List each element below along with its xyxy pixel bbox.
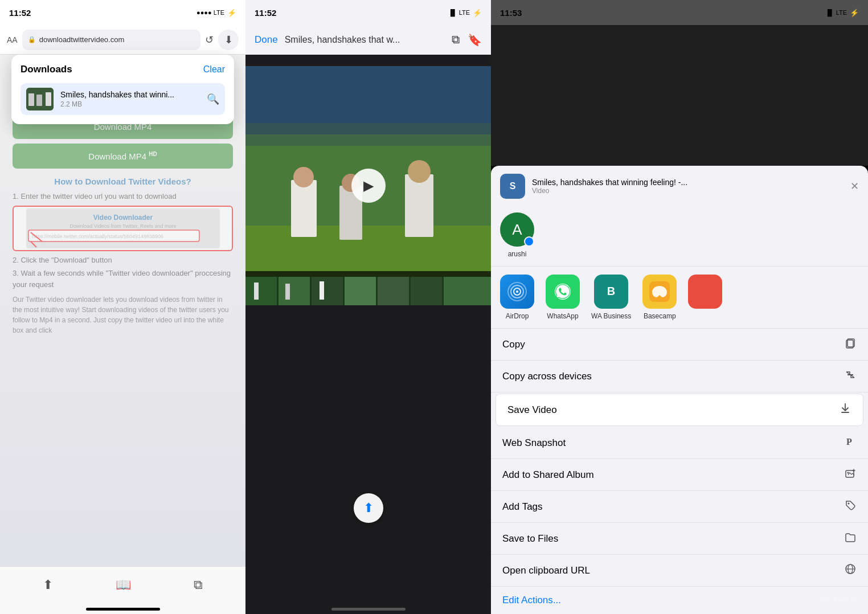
bookmarks-toolbar-icon[interactable]: 📖 bbox=[116, 578, 131, 592]
svg-rect-25 bbox=[345, 277, 376, 305]
downloads-header: Downloads Clear bbox=[21, 64, 225, 75]
svg-rect-31 bbox=[320, 281, 324, 300]
done-button[interactable]: Done bbox=[255, 34, 278, 46]
contact-item-arushi[interactable]: A arushi bbox=[500, 212, 534, 258]
panel3-top-area bbox=[491, 25, 868, 166]
svg-rect-26 bbox=[378, 277, 409, 305]
download-size: 2.2 MB bbox=[60, 100, 200, 108]
app-item-wa-business[interactable]: B WA Business bbox=[591, 275, 631, 320]
action-shared-album-label: Add to Shared Album bbox=[502, 469, 836, 481]
action-shared-album[interactable]: Add to Shared Album bbox=[491, 459, 868, 491]
download-mp4-hd-label: Download MP4 HD bbox=[88, 151, 157, 161]
svg-rect-29 bbox=[254, 283, 259, 300]
close-share-button[interactable]: ✕ bbox=[850, 180, 859, 193]
svg-text:https://mobile.twitter.com/act: https://mobile.twitter.com/actually/stat… bbox=[32, 234, 163, 239]
whatsapp-label: WhatsApp bbox=[547, 312, 578, 320]
reload-button[interactable]: ↺ bbox=[205, 34, 214, 46]
svg-text:P: P bbox=[846, 437, 852, 447]
action-clipboard-url[interactable]: Open clipboard URL bbox=[491, 555, 868, 587]
lock-icon: 🔒 bbox=[28, 36, 36, 43]
share-sheet-app-icon: S bbox=[500, 174, 525, 199]
body-text: Our Twitter video downloader lets you do… bbox=[13, 294, 233, 335]
download-thumb-inner bbox=[26, 88, 54, 110]
svg-point-35 bbox=[516, 290, 518, 293]
panel2-signal: ▐▌ LTE bbox=[448, 9, 470, 16]
app-item-basecamp[interactable]: Basecamp bbox=[642, 275, 677, 320]
tabs-toolbar-icon[interactable]: ⧉ bbox=[194, 578, 203, 592]
share-sheet-title: Smiles, handshakes that winning feeling!… bbox=[532, 178, 844, 187]
how-to-steps: 1. Enter the twitter video url you want … bbox=[13, 191, 233, 335]
panel2-status-icons: ▐▌ LTE ⚡ bbox=[448, 9, 482, 17]
video-container[interactable]: ▶ 00:00 bbox=[245, 66, 491, 305]
action-edit-actions[interactable]: Edit Actions... bbox=[491, 587, 868, 614]
share-icon: ⬆ bbox=[363, 501, 374, 515]
action-add-tags-label: Add Tags bbox=[502, 501, 836, 513]
action-save-video-label: Save Video bbox=[507, 404, 831, 416]
step-3-text: 3. Wait a few seconds while "Twitter vid… bbox=[13, 268, 233, 290]
action-add-tags[interactable]: Add Tags bbox=[491, 491, 868, 523]
app-item-airdrop[interactable]: AirDrop bbox=[500, 275, 534, 320]
downloads-popup: Downloads Clear Smiles, handshakes that … bbox=[11, 55, 234, 124]
action-clipboard-url-label: Open clipboard URL bbox=[502, 565, 836, 576]
panel3-time: 11:53 bbox=[500, 8, 522, 18]
clear-button[interactable]: Clear bbox=[203, 64, 225, 75]
aa-button[interactable]: AA bbox=[7, 35, 18, 44]
download-mp4-hd-button[interactable]: Download MP4 HD bbox=[13, 144, 233, 169]
svg-point-36 bbox=[555, 284, 571, 300]
url-text: downloadtwittervideo.com bbox=[39, 35, 125, 44]
action-copy-label: Copy bbox=[502, 339, 836, 350]
panel2-home-indicator bbox=[331, 608, 406, 611]
copy-page-icon[interactable]: ⧉ bbox=[452, 33, 460, 47]
download-info: Smiles, handshakes that winni... 2.2 MB bbox=[60, 90, 200, 108]
svg-rect-22 bbox=[245, 277, 277, 305]
download-item[interactable]: Smiles, handshakes that winni... 2.2 MB … bbox=[21, 83, 225, 115]
contact-avatar-arushi: A bbox=[500, 212, 534, 247]
copy-action-icon bbox=[844, 337, 857, 352]
svg-point-20 bbox=[408, 160, 431, 183]
web-snapshot-icon: P bbox=[844, 435, 857, 451]
app-item-extra[interactable] bbox=[688, 275, 722, 320]
bookmark-page-icon[interactable]: 🔖 bbox=[468, 33, 482, 47]
panel3-signal: ▐▌ LTE bbox=[825, 9, 847, 16]
share-toolbar-icon[interactable]: ⬆ bbox=[43, 578, 53, 592]
svg-text:B: B bbox=[607, 285, 615, 297]
panel2-time: 11:52 bbox=[255, 8, 276, 18]
step-1-text: 1. Enter the twitter video url you want … bbox=[13, 191, 233, 202]
svg-text:Video Downloader: Video Downloader bbox=[93, 214, 153, 222]
app-item-whatsapp[interactable]: WhatsApp bbox=[546, 275, 580, 320]
svg-rect-19 bbox=[405, 174, 433, 237]
search-download-icon[interactable]: 🔍 bbox=[207, 93, 219, 105]
contacts-row: A arushi bbox=[491, 204, 868, 267]
video-frame: ▶ 00:00 bbox=[245, 66, 491, 305]
panel2-header: Done Smiles, handshakes that w... ⧉ 🔖 bbox=[245, 25, 491, 55]
downloads-title: Downloads bbox=[21, 64, 72, 75]
share-sheet-title-area: Smiles, handshakes that winning feeling!… bbox=[532, 178, 844, 195]
save-video-icon bbox=[839, 402, 851, 417]
play-button[interactable]: ▶ bbox=[351, 169, 386, 203]
panel1-time: 11:52 bbox=[9, 8, 31, 18]
how-to-title: How to Download Twitter Videos? bbox=[13, 177, 233, 186]
svg-rect-1 bbox=[28, 93, 34, 106]
extra-app-icon bbox=[688, 275, 722, 309]
address-field[interactable]: 🔒 downloadtwittervideo.com bbox=[22, 30, 200, 50]
share-button[interactable]: ⬆ bbox=[354, 493, 383, 523]
whatsapp-icon bbox=[546, 275, 580, 309]
clipboard-url-icon bbox=[844, 563, 857, 578]
apps-row: AirDrop WhatsApp B WA Bus bbox=[491, 267, 868, 329]
action-copy-across-devices[interactable]: Copy across devices bbox=[491, 361, 868, 392]
svg-rect-27 bbox=[411, 277, 442, 305]
panel3-status-bar: 11:53 ▐▌ LTE ⚡ bbox=[491, 0, 868, 25]
action-web-snapshot[interactable]: Web Snapshot P bbox=[491, 427, 868, 459]
airdrop-label: AirDrop bbox=[506, 312, 529, 320]
airdrop-icon bbox=[500, 275, 534, 309]
panel1-address-bar: AA 🔒 downloadtwittervideo.com ↺ ⬇ bbox=[0, 25, 245, 55]
download-circle-button[interactable]: ⬇ bbox=[218, 30, 239, 50]
action-save-files[interactable]: Save to Files bbox=[491, 523, 868, 555]
action-copy[interactable]: Copy bbox=[491, 329, 868, 361]
share-sheet-icon-letter: S bbox=[510, 181, 516, 191]
action-list: Copy Copy across devices bbox=[491, 329, 868, 614]
shared-album-icon bbox=[844, 467, 857, 482]
panel1-toolbar: ⬆ 📖 ⧉ bbox=[0, 566, 245, 614]
panel-2: 11:52 ▐▌ LTE ⚡ Done Smiles, handshakes t… bbox=[245, 0, 491, 614]
action-save-video[interactable]: Save Video bbox=[496, 394, 863, 426]
